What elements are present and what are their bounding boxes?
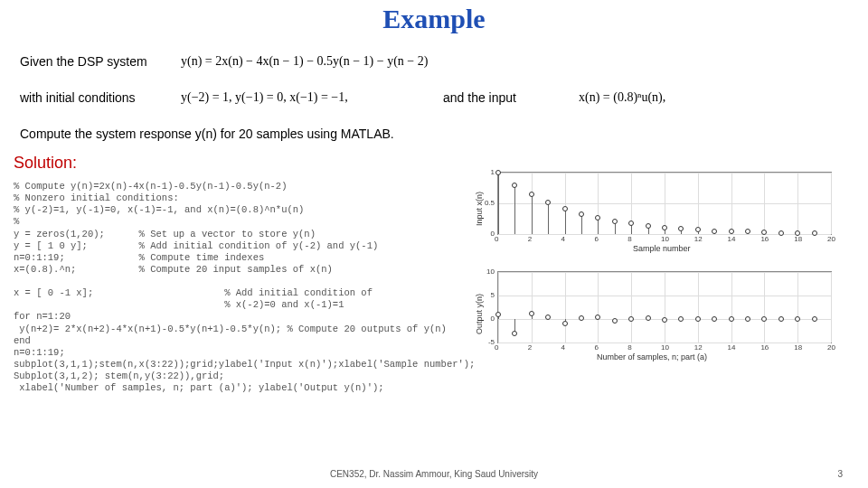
instruction: Compute the system response y(n) for 20 … bbox=[20, 127, 394, 141]
text-and-input: and the input bbox=[443, 90, 516, 105]
chart-input: 0246810121416182000.51 bbox=[497, 172, 832, 235]
text-with-ic: with initial conditions bbox=[20, 90, 136, 105]
slide-title: Example bbox=[0, 0, 868, 34]
chart-output: 02468101214161820-50510 bbox=[497, 271, 832, 343]
chart-input-ylabel: Input x(n) bbox=[475, 192, 484, 226]
eq-ic: y(−2) = 1, y(−1) = 0, x(−1) = −1, bbox=[181, 90, 348, 105]
chart-output-xlabel: Number of samples, n; part (a) bbox=[597, 352, 707, 361]
matlab-code: % Compute y(n)=2x(n)-4x(n-1)-0.5y(n-1)-0… bbox=[14, 181, 475, 394]
chart-input-xlabel: Sample number bbox=[633, 244, 691, 253]
charts-container: 0246810121416182000.51 Input x(n) Sample… bbox=[452, 172, 850, 398]
eq-system: y(n) = 2x(n) − 4x(n − 1) − 0.5y(n − 1) −… bbox=[181, 54, 428, 69]
chart-output-ylabel: Output y(n) bbox=[475, 294, 484, 334]
eq-input: x(n) = (0.8)ⁿu(n), bbox=[579, 90, 665, 105]
footer-page: 3 bbox=[837, 469, 843, 479]
footer-center: CEN352, Dr. Nassim Ammour, King Saud Uni… bbox=[330, 469, 538, 479]
text-given: Given the DSP system bbox=[20, 54, 147, 69]
solution-heading: Solution: bbox=[14, 154, 77, 173]
